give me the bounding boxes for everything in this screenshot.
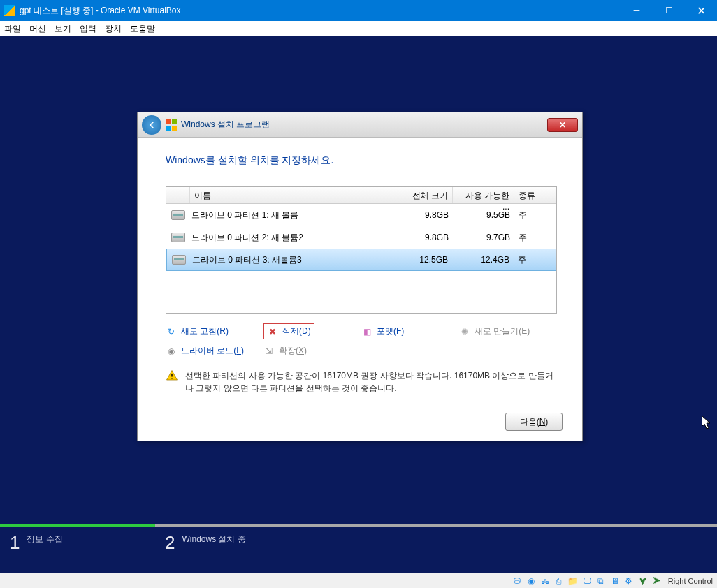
optical-drive-icon[interactable]: ◉ <box>526 575 537 587</box>
load-driver-link[interactable]: ◉ 드라이버 로드(L) <box>166 345 263 357</box>
extend-icon: ⇲ <box>263 346 275 357</box>
svg-rect-0 <box>166 119 171 124</box>
drive-row[interactable]: 드라이브 0 파티션 1: 새 볼륨 9.8GB 9.5GB 주 <box>166 204 556 226</box>
new-link[interactable]: ✺ 새로 만들기(E) <box>459 323 564 339</box>
col-name[interactable]: 이름 <box>190 187 398 203</box>
virtualbox-statusbar: ⛁ ◉ 🖧 ⎙ 📁 🖵 ⧉ 🖥 ⚙ ⮟ ⮞ Right Control <box>0 573 717 588</box>
virtualbox-menubar: 파일 머신 보기 입력 장치 도움말 <box>0 21 717 36</box>
cd-icon: ◉ <box>166 346 177 357</box>
next-button[interactable]: 다음(N) <box>505 413 563 431</box>
delete-link[interactable]: ✖ 삭제(D) <box>263 323 361 339</box>
delete-icon: ✖ <box>267 326 278 337</box>
col-total[interactable]: 전체 크기 <box>398 187 453 203</box>
drive-type: 주 <box>514 210 556 221</box>
step-label: Windows 설치 중 <box>182 534 245 545</box>
back-button[interactable] <box>142 115 161 135</box>
extend-link[interactable]: ⇲ 확장(X) <box>263 345 361 357</box>
menu-view[interactable]: 보기 <box>55 23 71 35</box>
drive-name: 드라이브 0 파티션 3: 새볼륨3 <box>191 254 398 266</box>
harddisk-activity-icon[interactable]: ⛁ <box>512 575 523 587</box>
svg-rect-2 <box>166 126 171 131</box>
setup-heading: Windows를 설치할 위치를 지정하세요. <box>166 154 554 167</box>
close-button[interactable]: ✕ <box>685 0 717 21</box>
step-2: 2 Windows 설치 중 <box>155 524 717 566</box>
drive-table-header: 이름 전체 크기 사용 가능한 ... 종류 <box>166 187 556 204</box>
shared-folder-icon[interactable]: 📁 <box>567 575 579 587</box>
step-number: 2 <box>165 534 175 552</box>
drive-total: 9.8GB <box>398 210 453 220</box>
menu-help[interactable]: 도움말 <box>130 23 155 35</box>
warning-text: 선택한 파티션의 사용 가능한 공간이 16170MB 권장 사항보다 작습니다… <box>185 369 554 395</box>
col-type[interactable]: 종류 <box>514 187 556 203</box>
format-icon: ◧ <box>361 326 372 337</box>
mouse-integration-icon[interactable]: ⮟ <box>637 575 649 587</box>
format-link[interactable]: ◧ 포맷(F) <box>361 323 459 339</box>
setup-close-button[interactable]: ✕ <box>547 118 578 132</box>
drive-type: 주 <box>514 254 556 266</box>
windows-setup-dialog: Windows 설치 프로그램 ✕ Windows를 설치할 위치를 지정하세요… <box>137 112 583 441</box>
menu-machine[interactable]: 머신 <box>29 23 46 35</box>
drive-row[interactable]: 드라이브 0 파티션 2: 새 볼륨2 9.8GB 9.7GB 주 <box>166 226 556 249</box>
setup-titlebar: Windows 설치 프로그램 ✕ <box>138 112 582 138</box>
refresh-icon: ↻ <box>166 326 177 337</box>
drive-name: 드라이브 0 파티션 2: 새 볼륨2 <box>190 232 398 244</box>
drive-total: 12.5GB <box>398 255 452 265</box>
drive-free: 9.5GB <box>453 210 514 220</box>
audio-icon[interactable]: 🖥 <box>609 575 621 587</box>
warning-row: 선택한 파티션의 사용 가능한 공간이 16170MB 권장 사항보다 작습니다… <box>166 369 554 395</box>
warning-icon <box>166 369 178 382</box>
col-free[interactable]: 사용 가능한 ... <box>453 187 514 203</box>
windows-logo-icon <box>166 119 177 131</box>
harddisk-icon <box>171 233 185 242</box>
drive-free: 9.7GB <box>453 233 514 242</box>
harddisk-icon <box>172 255 186 265</box>
new-icon: ✺ <box>459 326 470 337</box>
step-1: 1 정보 수집 <box>0 524 155 566</box>
setup-body: Windows를 설치할 위치를 지정하세요. 이름 전체 크기 사용 가능한 … <box>138 138 582 441</box>
processor-icon[interactable]: ⚙ <box>623 575 635 587</box>
drive-name: 드라이브 0 파티션 1: 새 볼륨 <box>190 210 398 221</box>
drive-total: 9.8GB <box>398 233 453 242</box>
network-icon[interactable]: 🖧 <box>539 575 551 587</box>
drive-row-selected[interactable]: 드라이브 0 파티션 3: 새볼륨3 12.5GB 12.4GB 주 <box>166 249 556 271</box>
drive-table: 이름 전체 크기 사용 가능한 ... 종류 드라이브 0 파티션 1: 새 볼… <box>166 186 557 314</box>
svg-rect-1 <box>172 119 177 124</box>
setup-window-title: Windows 설치 프로그램 <box>181 119 547 131</box>
menu-input[interactable]: 입력 <box>80 23 96 35</box>
refresh-link[interactable]: ↻ 새로 고침(R) <box>166 323 263 339</box>
maximize-button[interactable]: ☐ <box>653 0 685 21</box>
host-key-indicator[interactable]: Right Control <box>668 577 713 585</box>
window-title: gpt 테스트 [실행 중] - Oracle VM VirtualBox <box>20 5 621 17</box>
menu-devices[interactable]: 장치 <box>105 23 122 35</box>
step-label: 정보 수집 <box>27 534 62 545</box>
svg-rect-3 <box>172 126 177 131</box>
step-number: 1 <box>10 534 20 552</box>
virtualbox-app-icon <box>4 5 15 16</box>
harddisk-icon <box>171 210 185 220</box>
keyboard-capture-icon[interactable]: ⮞ <box>651 575 662 587</box>
drive-type: 주 <box>514 232 556 244</box>
svg-rect-5 <box>171 378 173 379</box>
drive-actions: ↻ 새로 고침(R) ✖ 삭제(D) ◧ 포맷(F) ✺ 새로 만들기(E) ◉… <box>166 323 554 357</box>
drive-free: 12.4GB <box>452 255 514 265</box>
display-icon[interactable]: 🖵 <box>581 575 593 587</box>
mouse-cursor-icon <box>702 416 711 429</box>
virtualbox-titlebar: gpt 테스트 [실행 중] - Oracle VM VirtualBox ─ … <box>0 0 717 21</box>
recording-icon[interactable]: ⧉ <box>595 575 607 587</box>
install-progress-steps: 1 정보 수집 2 Windows 설치 중 <box>0 524 717 566</box>
svg-rect-4 <box>171 374 173 377</box>
usb-icon[interactable]: ⎙ <box>553 575 565 587</box>
minimize-button[interactable]: ─ <box>621 0 653 21</box>
window-controls: ─ ☐ ✕ <box>621 0 717 21</box>
menu-file[interactable]: 파일 <box>4 23 21 35</box>
